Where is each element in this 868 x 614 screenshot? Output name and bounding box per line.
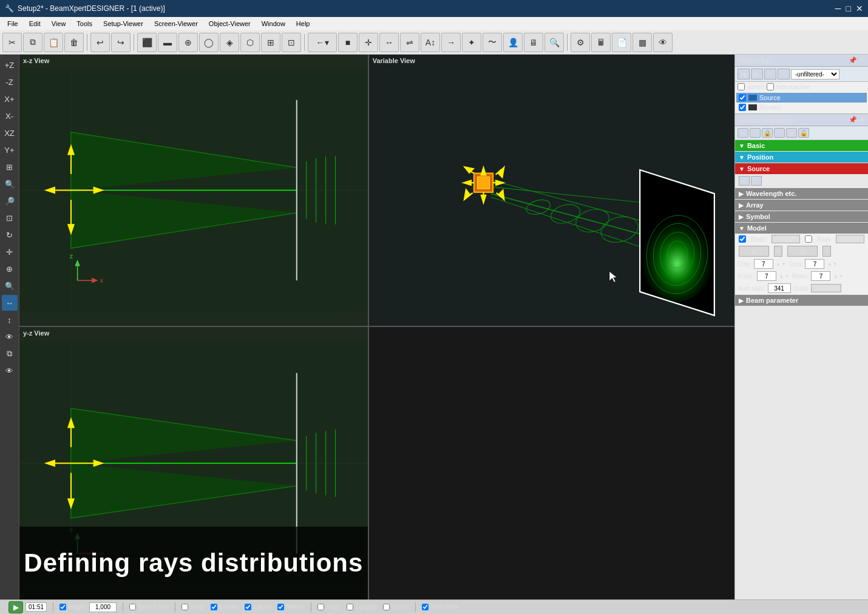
sorted-checkbox[interactable] <box>737 83 745 90</box>
tb-btn-7[interactable]: ◈ <box>220 33 239 52</box>
left-btn-select[interactable]: ↔ <box>2 295 18 311</box>
maximize-button[interactable]: □ <box>846 4 851 13</box>
cut-button[interactable]: ✂ <box>2 33 22 52</box>
left-btn-x-plus[interactable]: X+ <box>2 91 18 107</box>
menu-help[interactable]: Help <box>291 19 315 29</box>
numrays-select[interactable]: ▾ <box>811 284 841 292</box>
source-checkbox[interactable] <box>739 94 746 101</box>
left-btn-eye[interactable]: 👁 <box>2 329 18 345</box>
hints-checkbox[interactable] <box>181 604 188 610</box>
left-btn-x-minus[interactable]: X- <box>2 108 18 124</box>
tb-btn-5[interactable]: ⊕ <box>178 33 198 52</box>
obj-move-up[interactable]: ↑ <box>764 69 776 79</box>
obj-nav-forward[interactable]: ▶ <box>751 69 763 79</box>
obj-props-pin[interactable]: 📌 <box>849 116 857 124</box>
tb-report[interactable]: 📄 <box>612 33 631 52</box>
obj-move-down[interactable]: ↓ <box>778 69 790 79</box>
basic-section-header[interactable]: ▼ Basic <box>735 140 868 151</box>
cols-input2[interactable] <box>805 259 824 269</box>
redo-button[interactable]: ↪ <box>111 33 131 52</box>
symbol-section-header[interactable]: ▶ Symbol <box>735 211 868 222</box>
menu-file[interactable]: File <box>2 19 23 29</box>
tb-wave[interactable]: 〜 <box>483 33 502 52</box>
tb-grid[interactable]: ▦ <box>632 33 652 52</box>
source-expand-btn-1[interactable]: + <box>739 176 750 186</box>
obj-item-screen[interactable]: Screen <box>736 103 867 112</box>
xz-view[interactable]: x-z View <box>19 55 369 326</box>
position-section-header[interactable]: ▼ Position <box>735 152 868 163</box>
menu-setup-viewer[interactable]: Setup-Viewer <box>98 19 148 29</box>
tb-zoom[interactable]: 🔍 <box>544 33 564 52</box>
play-button[interactable]: ▶ <box>8 601 23 613</box>
obj-item-source[interactable]: Source <box>736 93 867 103</box>
tb-circ-arrow[interactable]: ↔ <box>379 33 399 52</box>
rows-input1[interactable] <box>757 271 776 281</box>
left-btn-zoom-out[interactable]: -Z <box>2 74 18 90</box>
menu-view[interactable]: View <box>47 19 71 29</box>
tb-blacksquare[interactable]: ■ <box>338 33 358 52</box>
menu-tools[interactable]: Tools <box>72 19 97 29</box>
left-btn-zoom-fit2[interactable]: ⊕ <box>2 261 18 277</box>
left-btn-zoom-fit[interactable]: ⊞ <box>2 159 18 175</box>
grid-style2[interactable]: ▦ <box>787 246 818 257</box>
beams-checkbox[interactable] <box>211 604 217 610</box>
left-btn-eye2[interactable]: 👁 <box>2 363 18 379</box>
left-btn-pan[interactable]: ✛ <box>2 244 18 260</box>
rows-input2[interactable] <box>811 271 830 281</box>
numrays-input[interactable] <box>768 283 791 293</box>
model-section-header[interactable]: ▼ Model <box>735 223 868 234</box>
array-section-header[interactable]: ▶ Array <box>735 200 868 211</box>
cols-input1[interactable] <box>754 259 773 269</box>
tb-cross[interactable]: ✛ <box>359 33 378 52</box>
left-btn-copy2[interactable]: ⧉ <box>2 346 18 362</box>
focus-checkbox[interactable] <box>383 604 390 610</box>
left-btn-zoom-in2[interactable]: 🔍 <box>2 176 18 192</box>
waists-checkbox[interactable] <box>277 604 284 610</box>
tb-eye[interactable]: 👁 <box>653 33 673 52</box>
left-btn-move[interactable]: ↕ <box>2 312 18 328</box>
multiview-checkbox[interactable] <box>422 604 429 610</box>
props-circle-btn[interactable]: ○ <box>774 128 785 138</box>
source-section-header[interactable]: ▼ Source <box>735 163 868 174</box>
variable-view[interactable]: Variable View <box>369 55 734 326</box>
arrow-combo[interactable]: ←▾ <box>308 33 337 52</box>
left-btn-zoom-area[interactable]: ⊡ <box>2 210 18 226</box>
obj-nav-back[interactable]: ◀ <box>737 69 750 79</box>
undo-button[interactable]: ↩ <box>90 33 110 52</box>
object-list-close[interactable]: ✕ <box>859 56 864 64</box>
labels-checkbox[interactable] <box>245 604 251 610</box>
source-expand-btn-2[interactable]: → <box>751 176 762 186</box>
tb-btn-3[interactable]: ⬛ <box>137 33 157 52</box>
rows-spinner-up1[interactable]: ▲▼ <box>779 273 790 279</box>
close-button[interactable]: ✕ <box>856 4 863 13</box>
yz-view[interactable]: y-z View <box>19 327 369 599</box>
rows-spinner-up2[interactable]: ▲▼ <box>833 273 844 279</box>
wavelength-section-header[interactable]: ▶ Wavelength etc. <box>735 188 868 199</box>
tb-person[interactable]: 👤 <box>503 33 523 52</box>
tb-settings[interactable]: ⚙ <box>571 33 590 52</box>
tb-star[interactable]: ✦ <box>462 33 481 52</box>
props-lock2-btn[interactable]: 🔓 <box>798 128 809 138</box>
tb-monitor[interactable]: 🖥 <box>524 33 543 52</box>
copy-button[interactable]: ⧉ <box>23 33 42 52</box>
left-btn-zoom-all[interactable]: 🔍 <box>2 278 18 294</box>
tb-calc[interactable]: 🖩 <box>591 33 611 52</box>
beam-param-header[interactable]: ▶ Beam parameter <box>735 295 868 306</box>
grid-arrow1[interactable]: ▾ <box>774 246 782 257</box>
hide-inactive-checkbox[interactable] <box>767 83 774 90</box>
screen-checkbox[interactable] <box>739 104 746 111</box>
tb-btn-4[interactable]: ▬ <box>158 33 177 52</box>
grid-style1[interactable]: ▦ <box>739 246 769 257</box>
cols-spinner-up1[interactable]: ▲▼ <box>776 261 787 267</box>
delete-button[interactable]: 🗑 <box>64 33 84 52</box>
minimize-button[interactable]: ─ <box>835 4 841 13</box>
filter-dropdown[interactable]: -unfiltered- <box>791 69 839 79</box>
rays-select[interactable]: ▾ <box>836 235 864 243</box>
tb-btn-10[interactable]: ⊡ <box>282 33 301 52</box>
paste-button[interactable]: 📋 <box>44 33 63 52</box>
left-btn-y-plus[interactable]: Y+ <box>2 142 18 158</box>
menu-edit[interactable]: Edit <box>24 19 46 29</box>
grid-arrow2[interactable]: ▾ <box>822 246 831 257</box>
left-btn-rotate[interactable]: ↻ <box>2 227 18 243</box>
tb-right-arrow[interactable]: → <box>441 33 461 52</box>
